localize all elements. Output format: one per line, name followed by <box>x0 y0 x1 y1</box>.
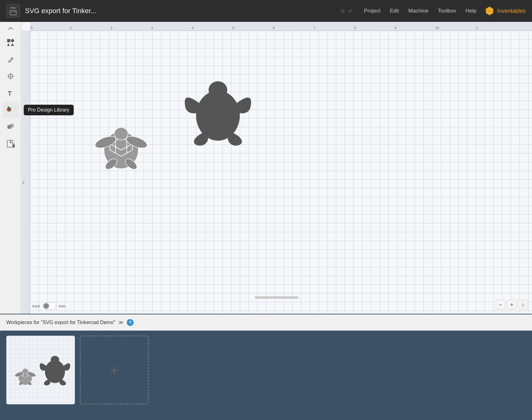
svg-rect-25 <box>7 140 13 147</box>
nav-machine[interactable]: Machine <box>408 8 428 14</box>
svg-point-12 <box>10 76 11 77</box>
nav-toolbox[interactable]: Toolbox <box>438 8 456 14</box>
sidebar-item-pen[interactable] <box>2 51 19 68</box>
add-workpiece-icon: + <box>110 362 119 379</box>
zoom-controls: − + ⌂ <box>496 300 528 309</box>
app-header: PRO SVG export for Tinker... ☆ ✓ Project… <box>0 0 532 22</box>
workpieces-content: + <box>0 331 532 409</box>
svg-point-35 <box>114 128 128 140</box>
canvas-container[interactable]: 0 1 2 3 4 5 6 7 8 9 10 1. 2 <box>21 22 532 314</box>
turtle-outlined[interactable] <box>90 109 152 179</box>
inventables-label: Inventables <box>497 8 526 14</box>
main-nav: Project Edit Machine Toolbox Help <box>364 8 476 14</box>
app-logo: PRO <box>6 4 20 18</box>
ruler-top: 0 1 2 3 4 5 6 7 8 9 10 1. <box>30 22 532 31</box>
sidebar-item-3d[interactable] <box>2 119 19 135</box>
workpieces-dropdown-icon[interactable]: ≫ <box>118 319 124 325</box>
sidebar-item-text[interactable]: T <box>2 85 19 101</box>
workpiece-preview-1 <box>7 336 75 404</box>
sidebar-collapse-button[interactable] <box>5 24 16 32</box>
svg-point-41 <box>209 81 227 99</box>
check-icon[interactable]: ✓ <box>348 8 353 14</box>
bottom-panel: Workpieces for "SVG export for Tinkercad… <box>0 314 532 420</box>
sidebar-item-target[interactable] <box>2 68 19 84</box>
svg-rect-5 <box>7 39 10 42</box>
svg-rect-21 <box>9 108 9 109</box>
svg-point-6 <box>11 39 14 42</box>
svg-point-52 <box>51 356 59 364</box>
sidebar-item-pro-design-library[interactable]: Pro Design Library <box>2 102 19 118</box>
workpiece-card-1[interactable] <box>6 336 75 404</box>
nav-help[interactable]: Help <box>466 8 476 14</box>
sidebar: T Pro Design Library <box>0 22 21 314</box>
unit-toggle-area: inch mm <box>32 302 66 309</box>
unit-mm-label: mm <box>59 304 66 308</box>
zoom-out-button[interactable]: − <box>496 300 505 309</box>
ruler-left: 2 <box>21 31 30 314</box>
toggle-knob <box>43 303 49 309</box>
svg-marker-7 <box>7 43 10 46</box>
unit-inch-label: inch <box>32 304 40 308</box>
svg-rect-24 <box>7 125 11 129</box>
canvas-area: T Pro Design Library <box>0 22 532 314</box>
inventables-hex-icon <box>485 6 495 16</box>
workpieces-title: Workpieces for "SVG export for Tinkercad… <box>6 320 115 325</box>
main-area: T Pro Design Library <box>0 22 532 420</box>
project-title: SVG export for Tinker... <box>25 7 335 15</box>
add-workpiece-button[interactable]: + <box>80 336 149 404</box>
svg-line-9 <box>8 62 9 62</box>
zoom-home-button[interactable]: ⌂ <box>518 300 528 309</box>
svg-rect-0 <box>10 11 16 15</box>
sidebar-item-import[interactable] <box>2 136 19 152</box>
zoom-in-button[interactable]: + <box>507 300 516 309</box>
horizontal-scrollbar[interactable] <box>255 296 298 299</box>
unit-toggle-switch[interactable] <box>42 302 56 309</box>
svg-point-10 <box>12 58 13 59</box>
star-icon[interactable]: ☆ <box>340 8 345 14</box>
svg-point-46 <box>22 368 28 373</box>
svg-text:T: T <box>8 90 12 97</box>
workpieces-help-icon[interactable]: ? <box>127 319 134 326</box>
header-action-icons: ☆ ✓ <box>340 8 353 14</box>
nav-project[interactable]: Project <box>364 8 381 14</box>
nav-edit[interactable]: Edit <box>390 8 399 14</box>
workpieces-header: Workpieces for "SVG export for Tinkercad… <box>0 314 532 331</box>
turtle-solid[interactable] <box>180 66 255 154</box>
svg-marker-8 <box>11 43 14 46</box>
sidebar-item-shapes[interactable] <box>2 34 19 51</box>
inventables-brand[interactable]: Inventables <box>485 6 526 16</box>
